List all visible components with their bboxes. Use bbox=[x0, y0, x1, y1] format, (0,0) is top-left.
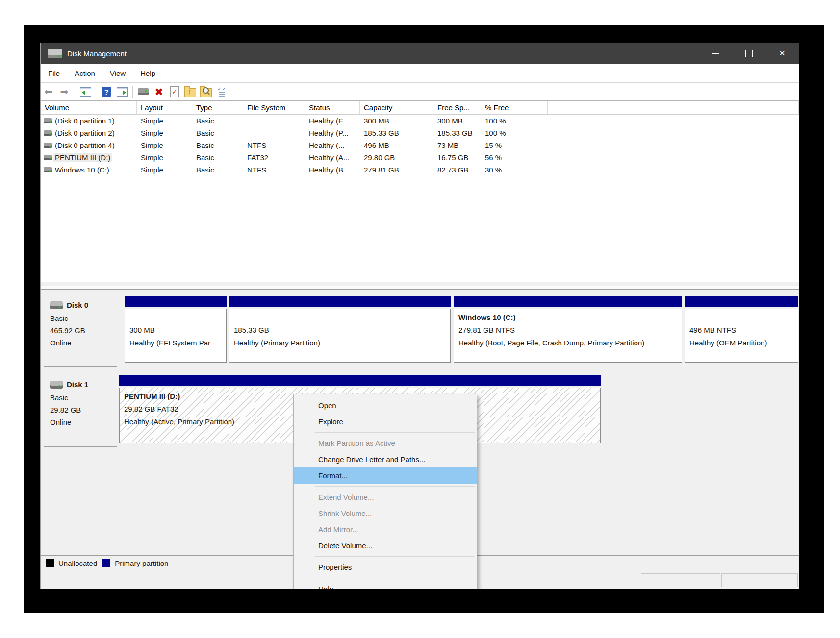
context-menu-item-explore[interactable]: Explore bbox=[294, 414, 477, 430]
partition-context-menu: Open Explore Mark Partition as Active Ch… bbox=[293, 394, 477, 589]
volume-name: PENTIUM III (D:) bbox=[53, 153, 112, 162]
partition-color-bar bbox=[125, 296, 227, 307]
title-bar[interactable]: Disk Management ✕ bbox=[41, 43, 799, 64]
show-action-pane-icon[interactable] bbox=[114, 84, 130, 99]
toolbar-separator bbox=[75, 86, 75, 98]
cell-pct-free: 100 % bbox=[481, 115, 548, 127]
context-menu-item-properties[interactable]: Properties bbox=[294, 559, 477, 575]
close-button[interactable]: ✕ bbox=[765, 43, 799, 64]
cell-type: Basic bbox=[192, 115, 243, 127]
help-icon[interactable]: ? bbox=[99, 84, 114, 99]
cell-layout: Simple bbox=[137, 115, 192, 127]
disk-name: Disk 1 bbox=[67, 378, 88, 391]
cell-pct-free: 30 % bbox=[481, 164, 548, 176]
cell-free-space: 300 MB bbox=[433, 115, 481, 127]
column-header-capacity[interactable]: Capacity bbox=[360, 101, 433, 114]
menu-view[interactable]: View bbox=[102, 64, 133, 82]
partition-color-bar bbox=[454, 296, 682, 307]
context-menu-item-change-drive-letter[interactable]: Change Drive Letter and Paths... bbox=[294, 451, 477, 467]
column-header-layout[interactable]: Layout bbox=[137, 101, 192, 114]
properties-list-icon[interactable] bbox=[214, 84, 229, 99]
cell-status: Healthy (A... bbox=[305, 151, 360, 164]
table-row-selected[interactable]: PENTIUM III (D:) Simple Basic FAT32 Heal… bbox=[41, 151, 799, 164]
context-menu-item-help[interactable]: Help bbox=[294, 581, 477, 589]
context-menu-item-add-mirror: Add Mirror... bbox=[294, 521, 477, 538]
table-row[interactable]: Windows 10 (C:) Simple Basic NTFS Health… bbox=[41, 164, 799, 176]
column-header-file-system[interactable]: File System bbox=[243, 101, 305, 114]
legend-unallocated: Unallocated bbox=[46, 559, 97, 567]
cell-pct-free: 15 % bbox=[481, 139, 548, 151]
partition-health: Healthy (Primary Partition) bbox=[234, 337, 446, 349]
disk0-label-panel[interactable]: Disk 0 Basic 465.92 GB Online bbox=[44, 293, 117, 367]
disk-management-window: Disk Management ✕ File Action View Help … bbox=[40, 43, 799, 589]
legend-label: Unallocated bbox=[58, 559, 97, 567]
partition-color-bar bbox=[685, 296, 798, 307]
toolbar: ⬅ ➡ ? ✖ ↑ bbox=[41, 82, 799, 100]
open-folder-icon[interactable]: ↑ bbox=[182, 84, 198, 99]
menu-action[interactable]: Action bbox=[67, 64, 102, 82]
toolbar-separator bbox=[132, 86, 133, 98]
volume-icon bbox=[44, 167, 52, 172]
cell-capacity: 496 MB bbox=[360, 139, 433, 151]
cell-capacity: 29.80 GB bbox=[360, 151, 433, 164]
table-row[interactable]: (Disk 0 partition 1) Simple Basic Health… bbox=[41, 115, 799, 127]
volume-name: (Disk 0 partition 2) bbox=[55, 129, 115, 137]
legend-primary-partition: Primary partition bbox=[102, 559, 168, 567]
column-header-free-space[interactable]: Free Sp... bbox=[433, 101, 481, 114]
partition-recovery[interactable]: 185.33 GB Healthy (Primary Partition) bbox=[229, 296, 451, 363]
volume-list-header: Volume Layout Type File System Status Ca… bbox=[41, 101, 799, 115]
disk-status: Online bbox=[50, 337, 117, 349]
maximize-button[interactable] bbox=[732, 43, 765, 64]
menu-help[interactable]: Help bbox=[133, 64, 163, 82]
context-menu-separator bbox=[315, 556, 475, 557]
disk1-label-panel[interactable]: Disk 1 Basic 29.82 GB Online bbox=[44, 372, 117, 447]
cell-layout: Simple bbox=[137, 127, 192, 139]
context-menu-separator bbox=[315, 432, 475, 433]
partition-efi[interactable]: 300 MB Healthy (EFI System Par bbox=[125, 296, 227, 363]
unallocated-swatch bbox=[46, 559, 54, 567]
cell-file-system: FAT32 bbox=[243, 151, 305, 164]
cell-type: Basic bbox=[192, 127, 243, 139]
show-console-tree-icon[interactable] bbox=[77, 84, 93, 99]
cell-free-space: 185.33 GB bbox=[433, 127, 481, 139]
primary-partition-swatch bbox=[102, 559, 110, 567]
cell-free-space: 82.73 GB bbox=[433, 164, 481, 176]
context-menu-item-delete-volume[interactable]: Delete Volume... bbox=[294, 538, 477, 554]
disk-management-app-icon bbox=[48, 49, 62, 58]
delete-volume-icon[interactable]: ✖ bbox=[151, 84, 167, 99]
volume-name: (Disk 0 partition 1) bbox=[55, 117, 115, 125]
partition-health: Healthy (EFI System Par bbox=[129, 337, 222, 349]
partition-oem[interactable]: 496 MB NTFS Healthy (OEM Partition) bbox=[685, 296, 798, 363]
verify-document-icon[interactable] bbox=[167, 84, 182, 99]
menu-file[interactable]: File bbox=[41, 64, 67, 82]
context-menu-item-mark-partition-active: Mark Partition as Active bbox=[294, 435, 477, 451]
partition-windows-c[interactable]: Windows 10 (C:) 279.81 GB NTFS Healthy (… bbox=[454, 296, 682, 363]
pane-splitter[interactable] bbox=[41, 286, 799, 290]
context-menu-item-shrink-volume: Shrink Volume... bbox=[294, 505, 477, 521]
cell-layout: Simple bbox=[137, 139, 192, 151]
column-header-status[interactable]: Status bbox=[305, 101, 360, 114]
column-header-type[interactable]: Type bbox=[192, 101, 243, 114]
forward-arrow-icon[interactable]: ➡ bbox=[56, 84, 72, 99]
context-menu-item-format[interactable]: Format... bbox=[294, 467, 477, 484]
explore-folder-icon[interactable] bbox=[198, 84, 214, 99]
cell-free-space: 73 MB bbox=[433, 139, 481, 151]
table-row[interactable]: (Disk 0 partition 2) Simple Basic Health… bbox=[41, 127, 799, 139]
back-arrow-icon[interactable]: ⬅ bbox=[41, 84, 56, 99]
cell-type: Basic bbox=[192, 164, 243, 176]
column-header-pct-free[interactable]: % Free bbox=[481, 101, 548, 114]
window-title: Disk Management bbox=[67, 49, 127, 58]
cell-free-space: 16.75 GB bbox=[433, 151, 481, 164]
toolbar-separator bbox=[96, 86, 96, 98]
partition-title: Windows 10 (C:) bbox=[458, 311, 677, 324]
disk-size: 465.92 GB bbox=[50, 324, 117, 337]
context-menu-item-open[interactable]: Open bbox=[294, 397, 477, 414]
volume-name: (Disk 0 partition 4) bbox=[55, 141, 115, 149]
table-row[interactable]: (Disk 0 partition 4) Simple Basic NTFS H… bbox=[41, 139, 799, 151]
remote-computer-icon[interactable] bbox=[135, 84, 151, 99]
column-header-volume[interactable]: Volume bbox=[41, 101, 137, 114]
partition-title bbox=[689, 311, 793, 324]
status-pane bbox=[641, 573, 720, 587]
partition-health: Healthy (Boot, Page File, Crash Dump, Pr… bbox=[458, 337, 677, 349]
minimize-button[interactable] bbox=[699, 43, 732, 64]
